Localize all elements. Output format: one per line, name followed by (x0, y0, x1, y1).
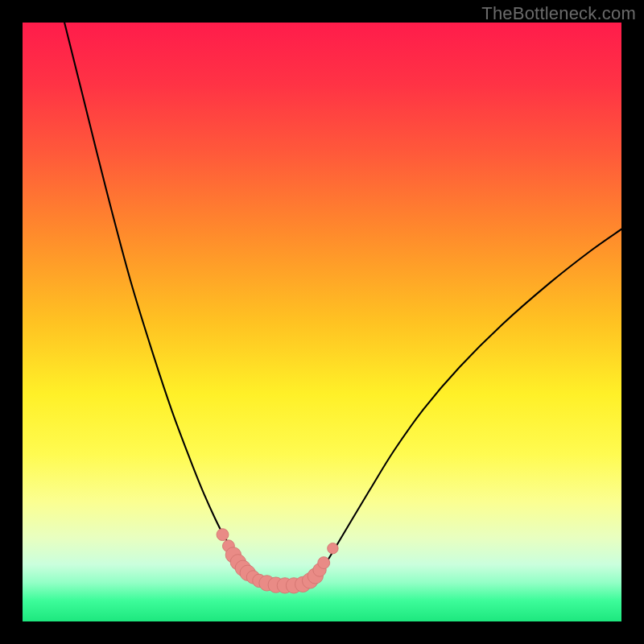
marker-dot (318, 557, 330, 569)
watermark-text: TheBottleneck.com (481, 3, 636, 24)
outer-frame: TheBottleneck.com (0, 0, 644, 644)
marker-dot (328, 543, 338, 554)
marker-dot (217, 529, 229, 541)
plot-area (23, 23, 621, 621)
bottleneck-curve-chart (23, 23, 621, 621)
gradient-background (23, 23, 621, 621)
